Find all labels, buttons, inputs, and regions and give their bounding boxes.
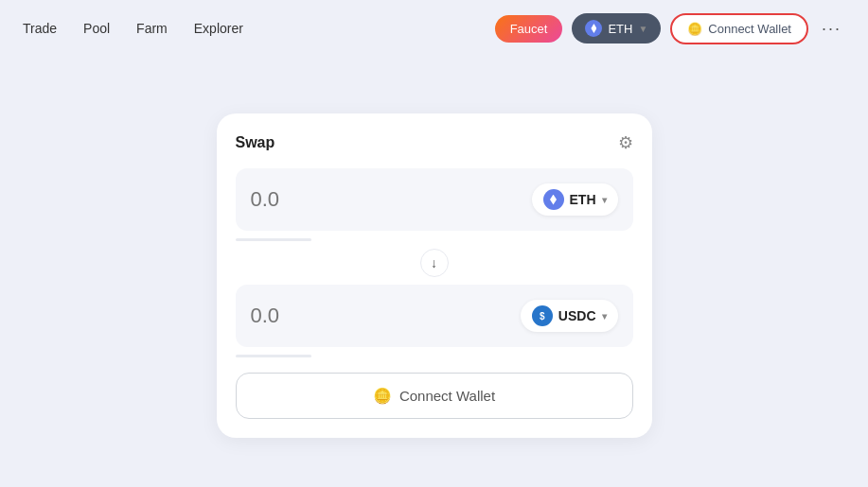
header-right: Faucet ETH ▼ 🪙 Connect Wallet ··· [495,13,845,44]
to-amount-input[interactable] [251,304,364,328]
to-token-label: USDC [558,308,596,323]
faucet-button[interactable]: Faucet [495,15,563,43]
header-connect-wallet-label: Connect Wallet [708,22,791,36]
eth-chevron-icon: ▼ [638,24,647,34]
more-options-button[interactable]: ··· [818,19,845,39]
swap-arrow-container: ↓ [236,249,633,277]
header-connect-wallet-button[interactable]: 🪙 Connect Wallet [670,13,808,44]
usdc-token-icon: $ [532,305,553,326]
nav-trade[interactable]: Trade [23,21,57,36]
from-token-row: ETH ▾ [236,168,633,231]
nav-explorer[interactable]: Explorer [194,21,243,36]
main-content: Swap ⚙ ETH ▾ ↓ $ USDC ▾ [0,57,868,487]
from-amount-input[interactable] [251,187,364,212]
to-token-selector[interactable]: $ USDC ▾ [521,300,618,332]
connect-wallet-label: Connect Wallet [399,388,495,404]
swap-title: Swap [236,134,275,151]
to-token-row: $ USDC ▾ [236,285,633,347]
from-token-label: ETH [570,192,596,207]
eth-network-button[interactable]: ETH ▼ [572,13,661,43]
to-token-chevron-icon: ▾ [602,311,607,322]
connect-wallet-icon: 🪙 [373,387,392,405]
swap-header: Swap ⚙ [236,132,633,153]
header-wallet-icon: 🪙 [687,22,702,36]
settings-button[interactable]: ⚙ [618,132,633,153]
eth-network-label: ETH [608,22,632,36]
header: Trade Pool Farm Explorer Faucet ETH ▼ 🪙 … [0,0,868,57]
connect-wallet-button[interactable]: 🪙 Connect Wallet [236,373,633,419]
nav-pool[interactable]: Pool [83,21,110,36]
eth-token-icon [543,189,564,210]
swap-card: Swap ⚙ ETH ▾ ↓ $ USDC ▾ [217,113,652,438]
eth-network-icon [585,20,602,37]
to-balance-bar [236,355,311,357]
from-token-selector[interactable]: ETH ▾ [532,183,618,216]
from-token-chevron-icon: ▾ [602,195,607,205]
from-balance-bar [236,238,311,241]
swap-direction-button[interactable]: ↓ [420,249,449,277]
nav-links: Trade Pool Farm Explorer [23,21,465,36]
nav-farm[interactable]: Farm [136,21,168,36]
